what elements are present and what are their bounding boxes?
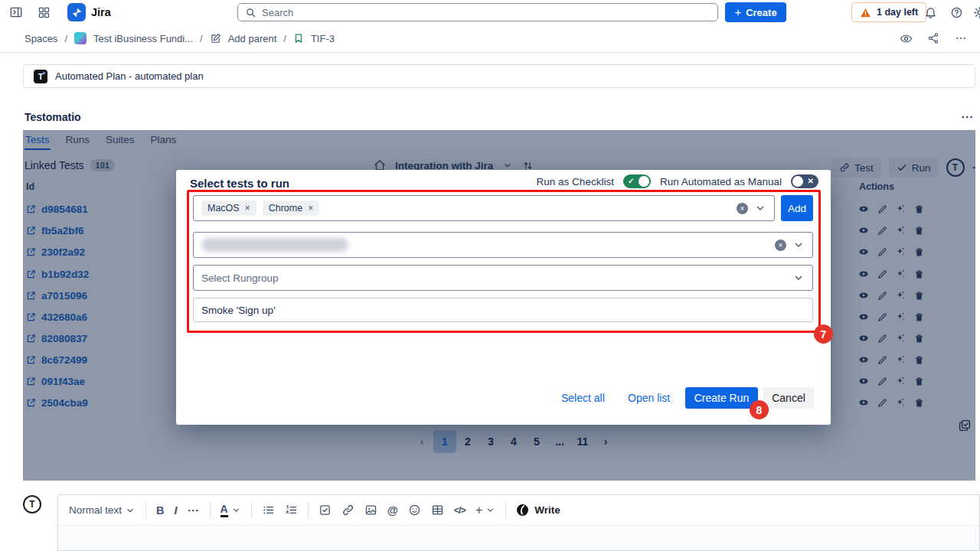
chevron-down-icon xyxy=(754,202,766,214)
select-all-link[interactable]: Select all xyxy=(561,387,605,409)
search-input[interactable] xyxy=(262,7,710,18)
breadcrumb-bar: Spaces / Test iBusiness Fundi... / Add p… xyxy=(0,24,980,53)
checklist-toggle-label: Run as Checklist xyxy=(537,176,614,187)
annotation-step-badge-8: 8 xyxy=(750,400,769,419)
open-list-link[interactable]: Open list xyxy=(628,387,670,409)
breadcrumb: Spaces / Test iBusiness Fundi... / Add p… xyxy=(24,24,335,52)
testomatio-comment-logo-icon: T xyxy=(23,495,41,514)
remove-tag-icon[interactable]: × xyxy=(308,203,313,214)
toolbar-divider xyxy=(145,503,146,518)
app-switcher-icon[interactable] xyxy=(37,5,51,19)
editor-toolbar: Normal text B I ⋯ A xyxy=(58,495,979,526)
task-list-icon[interactable] xyxy=(318,504,332,517)
trial-countdown-badge[interactable]: 1 day left xyxy=(851,2,926,22)
redacted-selection-chip xyxy=(201,238,348,252)
mention-icon[interactable]: @ xyxy=(387,504,398,517)
share-icon[interactable] xyxy=(922,28,945,49)
emoji-icon[interactable] xyxy=(408,504,421,517)
tag-chip[interactable]: MacOS× xyxy=(201,201,256,216)
text-style-select[interactable]: Normal text xyxy=(69,504,136,516)
insert-more-button[interactable]: + xyxy=(475,504,495,517)
breadcrumb-spaces[interactable]: Spaces xyxy=(24,33,57,44)
project-avatar xyxy=(74,32,87,44)
more-actions-icon[interactable] xyxy=(949,28,972,49)
run-as-checklist-toggle[interactable]: ✓ xyxy=(623,174,651,188)
tag-chip-label: Chrome xyxy=(269,203,302,214)
rungroup-placeholder: Select Rungroup xyxy=(201,272,279,284)
modal-toggles: Run as Checklist ✓ Run Automated as Manu… xyxy=(537,174,818,188)
app-screen: Jira + Create 1 day left Spaces / Test i xyxy=(0,0,980,551)
toolbar-divider xyxy=(505,503,506,518)
link-icon[interactable] xyxy=(341,504,354,517)
tag-chip[interactable]: Chrome× xyxy=(263,201,319,216)
search-icon xyxy=(245,7,256,18)
editor-content-area[interactable] xyxy=(58,526,979,550)
italic-button[interactable]: I xyxy=(175,504,178,517)
testomatio-heading: Testomatio xyxy=(24,111,81,123)
notifications-bell-icon[interactable] xyxy=(923,5,937,19)
assignee-select[interactable]: × xyxy=(193,232,813,258)
bookmark-icon xyxy=(293,33,304,44)
cancel-button[interactable]: Cancel xyxy=(763,387,814,409)
chevron-down-icon xyxy=(792,272,805,284)
ai-logo-icon xyxy=(516,504,529,517)
breadcrumb-add-parent[interactable]: Add parent xyxy=(228,33,277,44)
remove-tag-icon[interactable]: × xyxy=(245,203,250,214)
tag-chip-label: MacOS xyxy=(207,203,240,214)
clear-select-icon[interactable]: × xyxy=(775,240,786,251)
image-icon[interactable] xyxy=(364,504,377,517)
comment-editor[interactable]: Normal text B I ⋯ A xyxy=(57,494,980,551)
modal-title: Select tests to run xyxy=(190,177,289,190)
toolbar-divider xyxy=(210,503,211,518)
plan-title: Automated Plan - automated plan xyxy=(55,70,204,82)
manual-toggle-label: Run Automated as Manual xyxy=(660,176,782,187)
sidebar-toggle-icon[interactable] xyxy=(9,5,23,19)
global-search[interactable] xyxy=(237,3,718,21)
top-navigation-bar: Jira + Create 1 day left xyxy=(0,0,980,24)
clear-select-icon[interactable]: × xyxy=(737,203,748,214)
app-name: Jira xyxy=(91,6,111,18)
settings-gear-icon[interactable] xyxy=(972,5,980,19)
bold-button[interactable]: B xyxy=(156,504,164,517)
more-formatting-icon[interactable]: ⋯ xyxy=(188,504,200,517)
chevron-down-icon xyxy=(485,505,495,515)
breadcrumb-project[interactable]: Test iBusiness Fundi... xyxy=(93,33,193,44)
select-tests-modal: Select tests to run Run as Checklist ✓ R… xyxy=(176,170,831,425)
watch-eye-icon[interactable] xyxy=(894,28,917,49)
testomatio-plan-icon: T xyxy=(34,70,47,83)
code-icon[interactable]: </> xyxy=(454,505,466,516)
ai-write-button[interactable]: Write xyxy=(516,504,560,517)
annotation-step-badge-7: 7 xyxy=(814,324,833,344)
automated-plan-card[interactable]: T Automated Plan - automated plan xyxy=(23,64,975,88)
create-run-button[interactable]: Create Run xyxy=(685,387,758,409)
breadcrumb-issue-key[interactable]: TIF-3 xyxy=(311,33,335,44)
run-automated-as-manual-toggle[interactable]: ✕ xyxy=(791,174,818,188)
table-icon[interactable] xyxy=(431,504,444,517)
run-title-input[interactable] xyxy=(193,298,813,322)
section-more-icon[interactable]: ⋯ xyxy=(961,109,974,124)
rungroup-select[interactable]: Select Rungroup xyxy=(193,265,813,291)
environment-multiselect[interactable]: MacOS× Chrome× × xyxy=(193,195,775,221)
edit-icon xyxy=(210,33,221,44)
chevron-down-icon xyxy=(125,505,136,516)
toolbar-divider xyxy=(308,503,309,518)
create-button[interactable]: + Create xyxy=(725,2,786,22)
text-color-button[interactable]: A xyxy=(220,504,241,517)
jira-logo-icon[interactable] xyxy=(67,3,86,21)
add-button[interactable]: Add xyxy=(781,195,813,221)
warning-icon xyxy=(860,7,871,18)
toolbar-divider xyxy=(251,503,252,518)
help-icon[interactable] xyxy=(949,5,963,19)
numbered-list-icon[interactable] xyxy=(285,504,298,517)
bullet-list-icon[interactable] xyxy=(262,504,275,517)
chevron-down-icon xyxy=(792,239,805,251)
chevron-down-icon xyxy=(231,505,241,515)
page-actions xyxy=(894,28,972,49)
plus-icon: + xyxy=(734,5,741,18)
